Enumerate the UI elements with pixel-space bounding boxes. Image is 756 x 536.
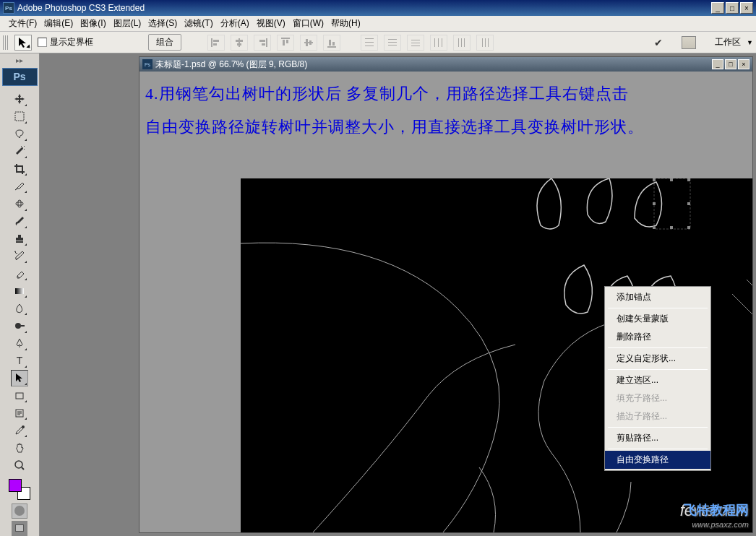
grip-icon[interactable] xyxy=(3,35,9,50)
instruction-text: 4.用钢笔勾出树叶的形状后 多复制几个，用路径选择工具右键点击自由变换路径旋转树… xyxy=(145,77,644,144)
menu-analysis[interactable]: 分析(A) xyxy=(218,16,252,31)
watermark-sub: www.psaxz.com xyxy=(680,520,749,529)
close-button[interactable]: × xyxy=(740,2,753,14)
collapse-arrow-icon[interactable]: ▸▸ xyxy=(2,56,38,65)
svg-rect-59 xyxy=(653,202,656,205)
svg-point-49 xyxy=(22,425,25,428)
separator xyxy=(608,369,708,370)
menu-window[interactable]: 窗口(W) xyxy=(290,16,327,31)
minimize-button[interactable]: _ xyxy=(711,2,724,14)
context-menu: 添加锚点 创建矢量蒙版 删除路径 定义自定形状... 建立选区... 填充子路径… xyxy=(604,286,711,471)
doc-close-button[interactable]: × xyxy=(738,59,749,69)
dodge-tool[interactable] xyxy=(11,317,28,334)
document-title: 未标题-1.psd @ 66.7% (图层 9, RGB/8) xyxy=(155,59,710,71)
ctx-add-anchor[interactable]: 添加锚点 xyxy=(605,288,710,306)
separator xyxy=(608,308,708,308)
workspace: ▸▸ Ps T Ps 未标题-1.psd @ 6 xyxy=(0,53,756,536)
workspace-dropdown-icon[interactable]: ▼ xyxy=(747,39,753,46)
type-tool[interactable]: T xyxy=(11,353,28,369)
svg-rect-44 xyxy=(16,393,23,399)
distribute-hcenter-icon xyxy=(453,35,471,51)
ctx-clip-path[interactable]: 剪贴路径... xyxy=(605,429,710,447)
watermark-cn: 飞特教程网 xyxy=(684,501,749,519)
document-titlebar[interactable]: Ps 未标题-1.psd @ 66.7% (图层 9, RGB/8) _ □ × xyxy=(139,57,752,72)
zoom-tool[interactable] xyxy=(11,457,28,474)
eyedropper-tool[interactable] xyxy=(11,422,28,438)
color-swatch[interactable] xyxy=(9,479,30,500)
move-tool[interactable] xyxy=(11,91,28,108)
shape-tool[interactable] xyxy=(11,387,28,404)
heal-tool[interactable] xyxy=(11,195,28,212)
svg-rect-53 xyxy=(653,178,656,181)
svg-rect-56 xyxy=(687,226,690,229)
svg-rect-58 xyxy=(670,226,673,229)
maximize-button[interactable]: □ xyxy=(726,2,739,14)
current-tool-indicator[interactable] xyxy=(14,35,32,51)
ctx-delete-path[interactable]: 删除路径 xyxy=(605,328,710,346)
screenmode-button[interactable] xyxy=(12,521,27,536)
gradient-tool[interactable] xyxy=(11,282,28,299)
svg-rect-26 xyxy=(411,46,420,46)
menu-file[interactable]: 文件(F) xyxy=(6,16,40,31)
align-right-icon xyxy=(254,35,271,51)
doc-maximize-button[interactable]: □ xyxy=(725,59,736,69)
wand-tool[interactable] xyxy=(11,143,28,160)
commit-icon[interactable]: ✔ xyxy=(654,37,663,48)
distribute-top-icon xyxy=(361,35,378,51)
svg-rect-19 xyxy=(365,42,374,43)
align-left-icon xyxy=(207,35,225,51)
svg-rect-39 xyxy=(18,200,21,207)
foreground-color[interactable] xyxy=(9,479,22,492)
svg-point-50 xyxy=(15,461,22,468)
menu-help[interactable]: 帮助(H) xyxy=(328,16,364,31)
notes-tool[interactable] xyxy=(11,405,28,421)
menu-image[interactable]: 图像(I) xyxy=(77,16,108,31)
align-bottom-icon xyxy=(323,35,340,51)
menu-layer[interactable]: 图层(L) xyxy=(111,16,145,31)
pen-tool[interactable] xyxy=(11,335,28,352)
ctx-create-mask[interactable]: 创建矢量蒙版 xyxy=(605,310,710,328)
distribute-left-icon xyxy=(430,35,447,51)
menu-edit[interactable]: 编辑(E) xyxy=(41,16,76,31)
doc-minimize-button[interactable]: _ xyxy=(712,59,723,69)
app-titlebar: Ps Adobe Photoshop CS3 Extended _ □ × xyxy=(0,0,756,16)
menu-select[interactable]: 选择(S) xyxy=(145,16,180,31)
workspace-label[interactable]: 工作区 xyxy=(715,36,741,48)
svg-rect-60 xyxy=(687,202,690,205)
svg-point-41 xyxy=(15,323,21,329)
svg-rect-27 xyxy=(434,38,435,47)
menu-filter[interactable]: 滤镜(T) xyxy=(181,16,215,31)
svg-rect-7 xyxy=(259,40,265,42)
lasso-tool[interactable] xyxy=(11,126,28,142)
svg-rect-3 xyxy=(239,38,240,47)
ctx-free-transform[interactable]: 自由变换路径 xyxy=(605,451,710,469)
slice-tool[interactable] xyxy=(11,178,28,194)
svg-rect-14 xyxy=(309,40,312,45)
svg-rect-18 xyxy=(365,38,374,39)
svg-rect-21 xyxy=(388,39,397,40)
palette-well-icon[interactable] xyxy=(682,36,696,49)
brush-tool[interactable] xyxy=(11,213,28,230)
menu-view[interactable]: 视图(V) xyxy=(254,16,288,31)
ctx-define-shape[interactable]: 定义自定形状... xyxy=(605,350,710,368)
svg-rect-12 xyxy=(304,42,313,43)
marquee-tool[interactable] xyxy=(11,108,28,125)
hand-tool[interactable] xyxy=(11,439,28,456)
svg-rect-52 xyxy=(654,178,690,229)
svg-rect-16 xyxy=(329,40,331,46)
crop-tool[interactable] xyxy=(11,160,28,177)
path-selection-tool[interactable] xyxy=(11,370,28,386)
show-bbox-checkbox[interactable]: 显示定界框 xyxy=(38,36,93,48)
svg-rect-11 xyxy=(286,40,288,43)
blur-tool[interactable] xyxy=(11,300,28,316)
history-brush-tool[interactable] xyxy=(11,248,28,264)
ctx-make-selection[interactable]: 建立选区... xyxy=(605,371,710,389)
group-button[interactable]: 组合 xyxy=(148,34,181,51)
svg-rect-33 xyxy=(482,38,483,47)
svg-rect-0 xyxy=(211,38,212,47)
svg-rect-1 xyxy=(213,40,219,42)
svg-rect-6 xyxy=(266,38,267,47)
quickmask-button[interactable] xyxy=(12,503,27,519)
eraser-tool[interactable] xyxy=(11,265,28,282)
stamp-tool[interactable] xyxy=(11,230,28,247)
